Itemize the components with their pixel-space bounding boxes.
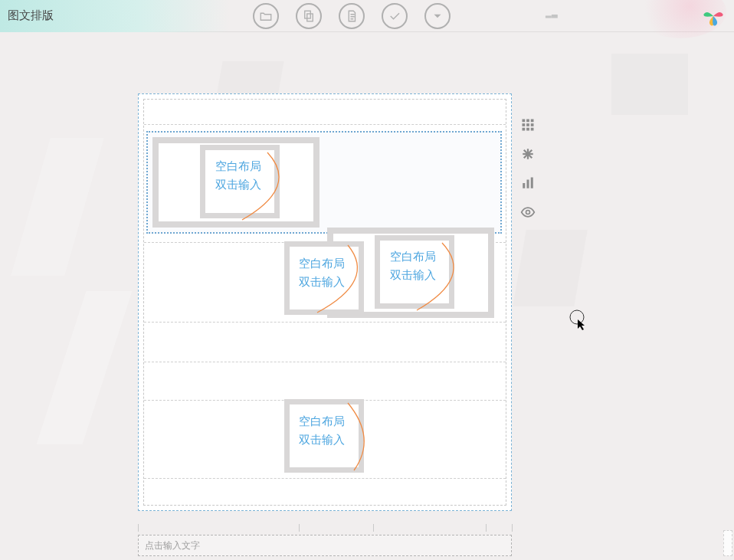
copy-icon	[302, 9, 316, 23]
card-label: 空白布局 双击输入	[390, 247, 436, 284]
grid-button[interactable]	[519, 116, 536, 133]
grid-icon	[521, 118, 535, 132]
guide-line	[144, 124, 506, 125]
card-label-line2: 双击输入	[390, 266, 436, 284]
document-icon	[345, 9, 359, 23]
side-toolbar	[519, 116, 536, 221]
toolbar	[253, 3, 451, 29]
card-label-line2: 双击输入	[299, 273, 345, 291]
folder-icon	[259, 9, 273, 23]
asterisk-button[interactable]	[519, 146, 536, 162]
caption-placeholder: 点击输入文字	[145, 539, 200, 552]
card-label-line1: 空白布局	[215, 157, 261, 175]
svg-rect-5	[523, 123, 526, 126]
layout-card[interactable]: 空白布局 双击输入	[284, 399, 364, 473]
check-icon	[388, 9, 401, 23]
layout-card[interactable]: 空白布局 双击输入	[152, 137, 319, 228]
bg-decoration	[513, 230, 588, 306]
card-label-line1: 空白布局	[390, 247, 436, 266]
chevron-down-icon	[431, 9, 444, 23]
ruler	[138, 524, 512, 533]
bg-decoration	[37, 291, 133, 444]
chart-button[interactable]	[519, 175, 536, 192]
svg-rect-0	[305, 11, 311, 18]
caption-input[interactable]: 点击输入文字	[138, 535, 512, 556]
card-label-line1: 空白布局	[299, 254, 345, 273]
svg-rect-15	[523, 183, 525, 188]
canvas[interactable]: 空白布局 双击输入 空白布局 双击输入 空白布局 双击输入 空白布局 双击输入	[138, 93, 512, 511]
svg-point-19	[570, 310, 584, 324]
card-label-line1: 空白布局	[299, 412, 345, 431]
bg-decoration	[11, 138, 104, 276]
svg-rect-3	[526, 120, 529, 123]
svg-rect-9	[526, 128, 529, 131]
card-label-line2: 双击输入	[215, 175, 261, 194]
card-label: 空白布局 双击输入	[215, 157, 261, 194]
svg-rect-10	[531, 128, 534, 131]
eye-icon	[520, 205, 536, 220]
header-bar: 图文排版 ▂▃	[0, 0, 734, 32]
svg-rect-16	[527, 180, 529, 188]
layout-card[interactable]: 空白布局 双击输入	[284, 241, 364, 315]
svg-rect-8	[523, 128, 526, 131]
svg-rect-7	[531, 123, 534, 126]
svg-rect-1	[307, 14, 313, 21]
preview-button[interactable]	[519, 204, 536, 221]
folder-button[interactable]	[253, 3, 279, 29]
dropdown-button[interactable]	[424, 3, 451, 29]
app-title: 图文排版	[8, 8, 54, 23]
copy-button[interactable]	[296, 3, 322, 29]
svg-rect-4	[531, 120, 534, 123]
bg-decoration	[611, 54, 688, 115]
app-logo[interactable]	[702, 5, 725, 31]
bar-chart-icon	[521, 176, 535, 190]
corner-handle[interactable]	[723, 530, 732, 556]
document-button[interactable]	[339, 3, 365, 29]
header-faint-mark: ▂▃	[546, 9, 558, 18]
cursor-indicator	[569, 309, 587, 333]
svg-rect-6	[526, 123, 529, 126]
svg-point-18	[526, 211, 530, 215]
svg-rect-17	[531, 178, 533, 188]
check-button[interactable]	[382, 3, 408, 29]
card-label-line2: 双击输入	[299, 431, 345, 449]
guide-line	[144, 362, 506, 362]
card-label: 空白布局 双击输入	[299, 254, 345, 291]
guide-line	[144, 322, 506, 323]
card-label: 空白布局 双击输入	[299, 412, 345, 449]
guide-line	[144, 478, 506, 479]
asterisk-icon	[521, 147, 535, 161]
svg-rect-2	[523, 120, 526, 123]
propeller-icon	[702, 5, 725, 28]
